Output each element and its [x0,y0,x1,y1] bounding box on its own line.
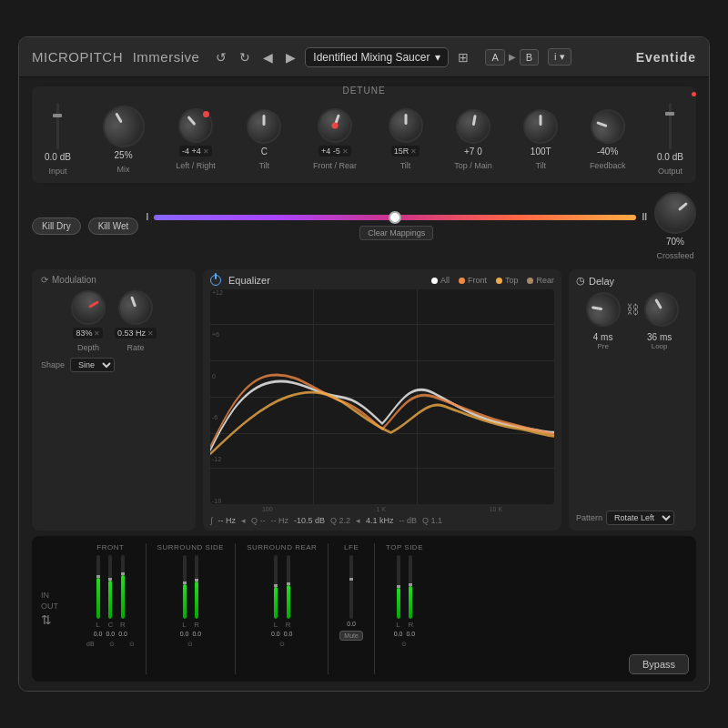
front-l-track[interactable] [96,555,100,619]
rate-clear[interactable]: ✕ [147,329,154,338]
pre-delay-knob[interactable] [583,289,623,329]
save-preset-button[interactable]: ⊞ [454,48,472,66]
eq-hz2[interactable]: -- Hz [270,516,288,525]
front-c-thumb[interactable] [108,578,112,581]
sr-l-fill [274,587,278,619]
tm-knob[interactable] [453,106,493,146]
prev-preset-button[interactable]: ◀ [259,48,277,66]
plugin-title: MICROPITCH Immersive [32,49,199,65]
depth-knob[interactable] [65,284,112,331]
front-r-track[interactable] [121,555,125,619]
front-l-thumb[interactable] [96,575,100,578]
sr-r-thumb[interactable] [287,582,290,585]
ts-r-thumb[interactable] [409,583,412,586]
mode-knob[interactable] [389,108,423,143]
output-fader-thumb[interactable] [665,112,674,116]
eq-q2[interactable]: Q 2.2 [330,516,350,525]
lfe-fader: 0.0 [347,555,356,627]
redo-button[interactable]: ↻ [236,48,254,66]
sr-l-thumb[interactable] [274,584,278,587]
front-c-track[interactable] [108,555,112,619]
eq-q3[interactable]: Q 1.1 [422,516,442,525]
lfe-mute-button[interactable]: Mute [339,631,363,641]
plugin-container: MICROPITCH Immersive ↺ ↻ ◀ ▶ Identified … [18,36,710,692]
lfe-thumb[interactable] [349,578,353,581]
crossfeed-knob[interactable] [646,184,705,243]
kill-wet-button[interactable]: Kill Wet [88,217,139,235]
loop-indicator [654,298,662,309]
preset-a-button[interactable]: A [485,49,504,66]
fr-knob-group: +4 -5 ✕ Front / Rear [313,108,357,170]
ts-l-thumb[interactable] [397,585,400,588]
filter-top[interactable]: Top [496,276,519,285]
eq-db3[interactable]: -- dB [399,516,418,525]
loop-delay-knob[interactable] [638,286,685,333]
eq-khz[interactable]: 4.1 kHz [366,516,394,525]
depth-knob-group: 83% ✕ Depth [71,290,106,352]
rate-knob-group: 0.53 Hz ✕ Rate [115,290,157,352]
filter-front[interactable]: Front [459,276,487,285]
io-icon: ⇅ [41,612,77,627]
fr-clear-icon[interactable]: ✕ [342,147,349,156]
shape-label: Shape [41,360,65,369]
filter-rear[interactable]: Rear [527,276,554,285]
ts-r-fill [409,586,412,619]
input-fader[interactable] [56,103,59,149]
undo-button[interactable]: ↺ [212,48,230,66]
depth-label: Depth [77,343,99,352]
rate-knob[interactable] [114,286,158,330]
feedback-label: Feedback [590,161,626,170]
kill-dry-button[interactable]: Kill Dry [32,217,81,235]
tilt1-knob-group: C Tilt [247,109,281,170]
tilt3-knob[interactable] [523,109,558,144]
sr-l-track[interactable] [274,555,278,619]
macro-slider[interactable] [154,215,636,220]
eq-canvas[interactable]: +12 +6 0 -6 -12 -18 [210,289,554,504]
ss-l-thumb[interactable] [183,581,187,584]
ss-r-thumb[interactable] [195,579,198,581]
ss-l-track[interactable] [183,555,187,619]
ts-r-track[interactable] [409,555,412,619]
bypass-button[interactable]: Bypass [629,654,689,674]
ss-link[interactable]: ⊙ [187,641,193,648]
tilt1-knob[interactable] [247,109,281,144]
front-link[interactable]: ⊙ [109,641,115,648]
filter-front-dot [459,278,465,284]
eq-hz1[interactable]: -- Hz [217,516,236,525]
mode-clear-icon[interactable]: ✕ [410,147,417,156]
tm-knob-group: +7 0 Top / Main [454,109,492,170]
sr-r-track[interactable] [287,555,290,619]
ts-l-track[interactable] [397,555,400,619]
input-fader-thumb[interactable] [53,114,62,117]
shape-select[interactable]: Sine [70,358,115,372]
mix-knob[interactable] [95,97,152,155]
lr-clear-icon[interactable]: ✕ [203,147,209,156]
ss-l-fader: L 0.0 [180,555,189,637]
mode-indicator [404,114,407,125]
lfe-track[interactable] [349,555,353,619]
output-fader[interactable] [669,103,672,149]
pattern-select[interactable]: Rotate Left [606,511,674,525]
middle-controls: Kill Dry Kill Wet I II Clear Mappings 70… [32,188,696,264]
feedback-knob[interactable] [585,104,630,148]
depth-clear[interactable]: ✕ [94,329,100,338]
eq-db2[interactable]: -10.5 dB [294,516,325,525]
filter-all[interactable]: All [431,276,450,285]
front-link2[interactable]: ⊙ [129,641,135,648]
lr-knob[interactable] [171,101,220,150]
crossfeed-indicator [678,202,688,211]
macro-thumb[interactable] [389,211,401,224]
delay-title: Delay [589,276,614,287]
info-button[interactable]: i ▾ [548,48,571,66]
clear-mappings-button[interactable]: Clear Mappings [359,226,433,240]
sr-link[interactable]: ⊙ [279,641,285,648]
next-preset-button[interactable]: ▶ [282,48,299,66]
ss-r-track[interactable] [195,555,198,619]
eq-q1[interactable]: Q -- [251,516,266,525]
preset-dropdown[interactable]: Identified Mixing Saucer ▾ [305,47,449,67]
ts-link[interactable]: ⊙ [401,641,407,648]
preset-b-button[interactable]: B [520,49,539,66]
front-r-thumb[interactable] [121,572,125,575]
delay-link-icon[interactable]: ⛓ [626,302,639,317]
eq-power-button[interactable] [210,275,221,286]
